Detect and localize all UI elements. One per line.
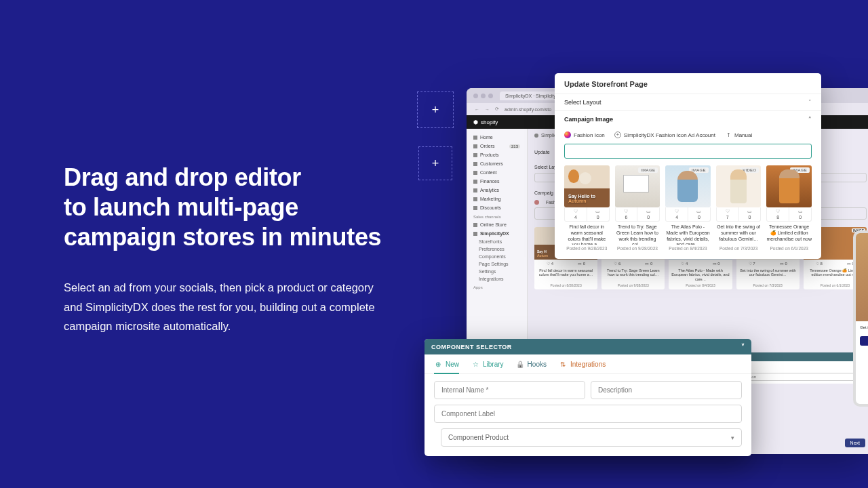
hero-heading: Drag and drop editor to launch multi-pag… — [64, 163, 403, 252]
sidebar-sub-storefronts[interactable]: Storefronts — [467, 238, 527, 245]
media-thumb: IMAGE — [615, 165, 660, 207]
sidebar-item-customers[interactable]: Customers — [467, 159, 527, 168]
bg-description[interactable] — [732, 373, 863, 381]
sidebar-item-home[interactable]: Home — [467, 133, 527, 142]
sidebar-item-content[interactable]: Content — [467, 168, 527, 177]
upload-icon — [725, 131, 732, 138]
campaign-image-row[interactable]: Campaign Image ˄ — [555, 110, 821, 127]
sidebar-sub-components[interactable]: Components — [467, 253, 527, 260]
sidebar-sub-page-settings[interactable]: Page Settings — [467, 260, 527, 268]
media-stats: ♡4 ▭0 — [564, 207, 610, 222]
instagram-icon — [564, 131, 571, 138]
plus-circle-icon: + — [614, 131, 621, 138]
tab-new[interactable]: New — [434, 360, 459, 374]
component-product-select[interactable]: Component Product ▾ — [441, 428, 742, 447]
sidebar-item-simplicitydx[interactable]: SimplicityDX — [467, 229, 527, 238]
plus-icon: + — [432, 103, 439, 117]
heart-icon: ♡ — [574, 209, 578, 214]
sidebar-group-channels: Sales channels — [467, 212, 527, 220]
media-type-badge: IMAGE — [790, 167, 810, 173]
lock-icon — [516, 361, 524, 369]
chevron-down-icon: ˅ — [808, 99, 812, 106]
tab-integrations[interactable]: Integrations — [559, 360, 606, 373]
update-storefront-modal: Update Storefront Page Select Layout ˅ C… — [555, 73, 821, 259]
sidebar-item-products[interactable]: Products — [467, 150, 527, 159]
component-form: Component Product ▾ — [425, 374, 751, 456]
media-search-input[interactable] — [570, 148, 806, 155]
heart-icon: ♡ — [776, 209, 780, 214]
tab-hooks[interactable]: Hooks — [516, 360, 547, 373]
media-thumb: IMAGE — [665, 165, 711, 207]
comment-icon: ▭ — [798, 209, 803, 214]
phone-preview: Get into the swi — [853, 230, 868, 407]
media-caption: Get into the swing of summer with our fa… — [716, 224, 762, 245]
media-caption: Tennessee Orange 🍊 Limited edition merch… — [766, 224, 812, 245]
sidebar-sub-integrations[interactable]: Integrations — [467, 275, 527, 283]
media-card[interactable]: Say Hello toAutumn ♡4 ▭0 Find fall decor… — [564, 165, 610, 251]
account-ad[interactable]: +SimplicityDX Fashion Icon Ad Account — [614, 131, 715, 138]
nav-fwd-icon[interactable]: → — [485, 107, 490, 112]
tab-library[interactable]: Library — [471, 360, 504, 373]
description-field[interactable] — [591, 381, 742, 399]
media-type-badge: IMAGE — [689, 167, 709, 173]
heart-icon: ♡ — [624, 209, 628, 214]
hero-body: Select an ad from your socials, then pic… — [64, 278, 382, 337]
media-type-badge: VIDEO — [740, 167, 759, 173]
nav-back-icon[interactable]: ← — [475, 107, 479, 112]
comment-icon: ▭ — [747, 209, 752, 214]
dropdown-caret-icon: ▾ — [731, 434, 734, 441]
heart-icon: ♡ — [726, 209, 730, 214]
sidebar-item-discounts[interactable]: Discounts — [467, 203, 527, 212]
bg-select-layout: Select Lay — [534, 165, 557, 169]
sidebar-sub-settings[interactable]: Settings — [467, 268, 527, 275]
media-type-badge: IMAGE — [638, 167, 658, 173]
sidebar-item-orders[interactable]: Orders213 — [467, 142, 527, 150]
hero-copy: Drag and drop editor to launch multi-pag… — [64, 163, 403, 336]
media-date: Posted on 7/3/2023 — [716, 246, 762, 251]
dashed-plus-box: + — [417, 92, 454, 128]
media-caption: The Atlas Polo - Made with European fabr… — [665, 224, 711, 245]
sidebar-item-online-store[interactable]: Online Store — [467, 220, 527, 229]
nav-reload-icon[interactable]: ⟳ — [495, 106, 499, 112]
comment-icon: ▭ — [696, 209, 701, 214]
component-selector-tabs: New Library Hooks Integrations — [425, 354, 751, 374]
chevron-up-icon: ˄ — [808, 116, 812, 123]
plus-icon: + — [432, 157, 439, 171]
media-thumb: Say Hello toAutumn — [564, 165, 610, 207]
dashed-plus-box: + — [418, 146, 452, 180]
component-label-field[interactable] — [434, 405, 742, 423]
sidebar-group-apps: Apps — [467, 283, 527, 291]
media-grid: Say Hello toAutumn ♡4 ▭0 Find fall decor… — [555, 165, 821, 259]
heart-icon: ♡ — [675, 209, 679, 214]
media-card[interactable]: IMAGE ♡4▭0 The Atlas Polo - Made with Eu… — [665, 165, 711, 251]
select-layout-row[interactable]: Select Layout ˅ — [555, 94, 821, 110]
account-switcher: Fashion Icon +SimplicityDX Fashion Icon … — [555, 127, 821, 144]
media-caption: Trend to Try: Sage Green Learn how to wo… — [615, 224, 660, 245]
browser-url: admin.shopify.com/sto — [505, 107, 551, 112]
shopify-logo-icon: ⬢ — [473, 119, 478, 125]
update-heading: Update — [534, 150, 550, 155]
media-card[interactable]: IMAGE ♡8▭0 Tennessee Orange 🍊 Limited ed… — [766, 165, 812, 251]
sidebar-sub-preferences[interactable]: Preferences — [467, 245, 527, 253]
media-thumb: VIDEO — [716, 165, 762, 207]
media-date: Posted on 9/28/2023 — [564, 246, 610, 251]
component-selector-panel: COMPONENT SELECTOR ˅ New Library Hooks I… — [425, 339, 751, 456]
next-button[interactable]: Next — [845, 439, 865, 447]
account-instagram[interactable]: Fashion Icon — [564, 131, 605, 138]
sidebar-item-analytics[interactable]: Analytics — [467, 186, 527, 195]
chevron-down-icon: ˅ — [741, 343, 745, 350]
internal-name-field[interactable] — [434, 381, 585, 399]
media-date: Posted on 8/4/2023 — [665, 246, 711, 251]
comment-icon: ▭ — [646, 209, 651, 214]
media-caption: Find fall decor in warm seasonal colors … — [564, 224, 610, 245]
sidebar-item-marketing[interactable]: Marketing — [467, 195, 527, 203]
media-card[interactable]: VIDEO ♡7▭0 Get into the swing of summer … — [716, 165, 762, 251]
media-thumb: IMAGE — [766, 165, 812, 207]
media-card[interactable]: IMAGE ♡6▭0 Trend to Try: Sage Green Lear… — [615, 165, 660, 251]
media-search[interactable] — [564, 144, 812, 159]
media-date: Posted on 6/1/2023 — [766, 246, 812, 251]
component-selector-header[interactable]: COMPONENT SELECTOR ˅ — [425, 339, 751, 354]
account-manual[interactable]: Manual — [725, 131, 752, 138]
sidebar-item-finances[interactable]: Finances — [467, 177, 527, 186]
comment-icon: ▭ — [595, 209, 600, 214]
